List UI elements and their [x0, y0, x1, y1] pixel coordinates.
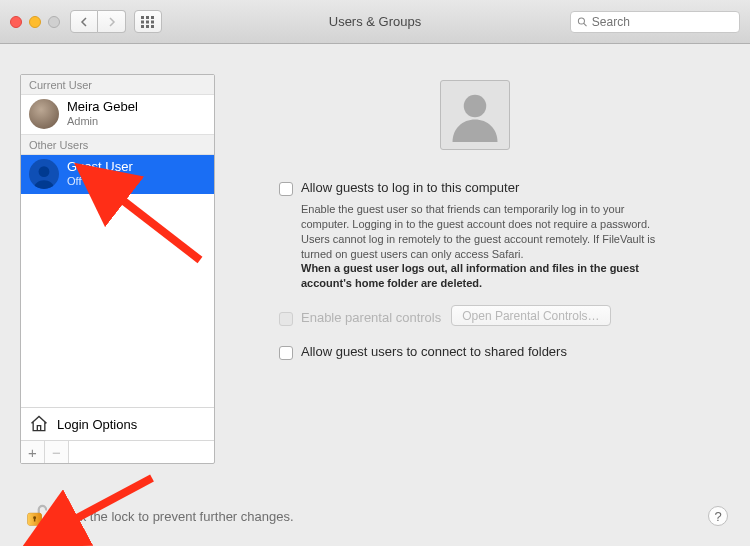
svg-rect-1	[146, 16, 149, 19]
svg-rect-4	[146, 20, 149, 23]
unlocked-lock-icon	[25, 504, 47, 528]
svg-rect-5	[151, 20, 154, 23]
login-options-label: Login Options	[57, 417, 137, 432]
minimize-window-button[interactable]	[29, 16, 41, 28]
back-button[interactable]	[70, 10, 98, 33]
lock-help-text: Click the lock to prevent further change…	[58, 509, 294, 524]
sidebar-item-current-user[interactable]: Meira Gebel Admin	[21, 95, 214, 134]
show-all-button[interactable]	[134, 10, 162, 33]
allow-guest-login-label: Allow guests to log in to this computer	[301, 180, 519, 195]
user-role: Admin	[67, 115, 138, 128]
allow-shared-checkbox[interactable]	[279, 346, 293, 360]
svg-rect-8	[151, 25, 154, 28]
remove-user-button[interactable]: −	[45, 441, 69, 463]
silhouette-icon	[448, 88, 502, 142]
svg-rect-16	[34, 518, 35, 522]
svg-rect-0	[141, 16, 144, 19]
allow-guest-login-row: Allow guests to log in to this computer	[229, 180, 720, 196]
footer: Click the lock to prevent further change…	[22, 502, 728, 530]
section-header-current: Current User	[21, 75, 214, 95]
allow-shared-label: Allow guest users to connect to shared f…	[301, 344, 567, 359]
forward-button[interactable]	[98, 10, 126, 33]
window-traffic-lights	[10, 16, 60, 28]
user-name: Meira Gebel	[67, 100, 138, 115]
sidebar-item-login-options[interactable]: Login Options	[21, 407, 214, 440]
svg-point-12	[463, 95, 486, 118]
svg-point-9	[578, 17, 584, 23]
allow-guest-login-checkbox[interactable]	[279, 182, 293, 196]
main-panel: Allow guests to log in to this computer …	[225, 74, 730, 464]
user-avatar	[29, 99, 59, 129]
enable-parental-label: Enable parental controls	[301, 310, 441, 325]
search-input[interactable]	[592, 15, 733, 29]
sidebar-item-guest-user[interactable]: Guest User Off	[21, 155, 214, 194]
close-window-button[interactable]	[10, 16, 22, 28]
user-sidebar: Current User Meira Gebel Admin Other Use…	[20, 74, 215, 464]
section-header-other: Other Users	[21, 134, 214, 155]
guest-avatar-icon	[29, 159, 59, 189]
svg-rect-6	[141, 25, 144, 28]
guest-user-status: Off	[67, 175, 133, 188]
svg-point-11	[39, 166, 50, 177]
help-button[interactable]: ?	[708, 506, 728, 526]
enable-parental-checkbox	[279, 312, 293, 326]
house-icon	[29, 414, 49, 434]
svg-rect-2	[151, 16, 154, 19]
add-remove-toolbar: + −	[21, 440, 214, 463]
svg-line-10	[584, 23, 587, 26]
account-picture[interactable]	[440, 80, 510, 150]
search-icon	[577, 16, 588, 28]
window-titlebar: Users & Groups	[0, 0, 750, 44]
search-field[interactable]	[570, 11, 740, 33]
maximize-window-button[interactable]	[48, 16, 60, 28]
allow-shared-folders-row: Allow guest users to connect to shared f…	[229, 344, 720, 360]
svg-rect-3	[141, 20, 144, 23]
lock-button[interactable]	[22, 502, 50, 530]
add-user-button[interactable]: +	[21, 441, 45, 463]
open-parental-controls-button: Open Parental Controls…	[451, 305, 610, 326]
guest-description: Enable the guest user so that friends ca…	[229, 196, 689, 291]
nav-buttons	[70, 10, 126, 33]
guest-user-name: Guest User	[67, 160, 133, 175]
svg-rect-7	[146, 25, 149, 28]
parental-controls-row: Enable parental controls	[279, 310, 441, 326]
